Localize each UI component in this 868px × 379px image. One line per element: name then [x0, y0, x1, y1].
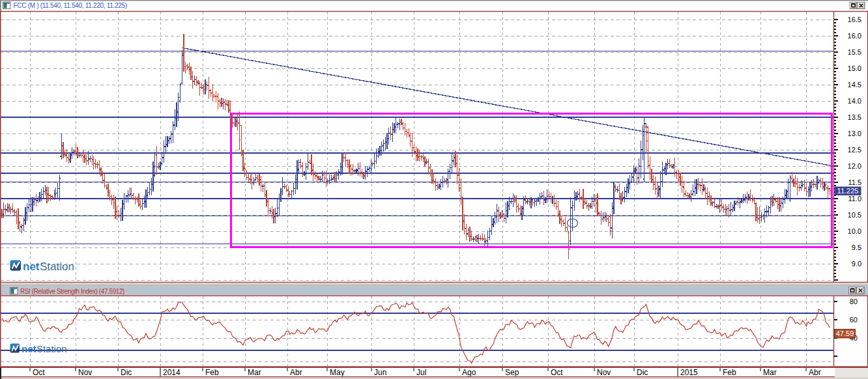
svg-text:Jul: Jul [416, 368, 426, 377]
svg-text:9.5: 9.5 [852, 244, 861, 251]
svg-text:Oct: Oct [551, 368, 563, 377]
svg-text:9.0: 9.0 [852, 260, 861, 268]
svg-text:Station: Station [36, 343, 67, 354]
svg-text:Nov: Nov [78, 368, 92, 377]
svg-text:Mar: Mar [763, 368, 777, 377]
svg-text:net: net [22, 343, 36, 354]
svg-text:14.5: 14.5 [848, 81, 861, 89]
svg-text:16.0: 16.0 [848, 32, 861, 40]
svg-text:11.0: 11.0 [848, 195, 861, 203]
svg-text:16.5: 16.5 [848, 16, 861, 23]
svg-text:12.5: 12.5 [848, 146, 861, 154]
svg-text:Dic: Dic [637, 368, 648, 377]
svg-text:60: 60 [850, 316, 858, 324]
svg-text:FCC (M ) (11.540, 11.540, 11.2: FCC (M ) (11.540, 11.540, 11.220, 11.225… [14, 2, 127, 9]
svg-text:13.5: 13.5 [848, 113, 861, 121]
svg-text:13.0: 13.0 [848, 130, 861, 137]
svg-text:May: May [330, 368, 345, 377]
svg-text:Feb: Feb [205, 368, 219, 377]
svg-text:Oct: Oct [33, 368, 45, 377]
svg-text:Station: Station [40, 260, 74, 273]
svg-text:RSI (Relative Strength Index): RSI (Relative Strength Index) (47.5912) [20, 288, 124, 295]
svg-text:Nov: Nov [597, 368, 611, 377]
svg-text:Dic: Dic [121, 368, 132, 377]
svg-text:2015: 2015 [680, 368, 698, 377]
svg-text:11.5: 11.5 [848, 178, 861, 186]
svg-text:14.0: 14.0 [848, 97, 861, 105]
svg-text:Sep: Sep [505, 368, 519, 377]
svg-text:80: 80 [850, 298, 858, 305]
svg-text:Feb: Feb [723, 368, 736, 377]
svg-text:Jun: Jun [374, 368, 386, 377]
svg-text:net: net [23, 260, 40, 273]
svg-text:47.59: 47.59 [836, 330, 854, 337]
svg-text:2014: 2014 [163, 368, 181, 377]
svg-text:15.0: 15.0 [848, 64, 861, 72]
svg-text:11.225: 11.225 [837, 187, 859, 195]
svg-text:12.0: 12.0 [848, 162, 861, 170]
svg-text:Abr: Abr [290, 368, 302, 377]
svg-text:Ago: Ago [462, 368, 476, 377]
svg-text:10.0: 10.0 [848, 227, 861, 235]
svg-text:Mar: Mar [248, 368, 261, 377]
svg-text:Abr: Abr [809, 368, 821, 377]
svg-text:10.5: 10.5 [848, 211, 861, 219]
svg-text:15.5: 15.5 [848, 48, 861, 56]
